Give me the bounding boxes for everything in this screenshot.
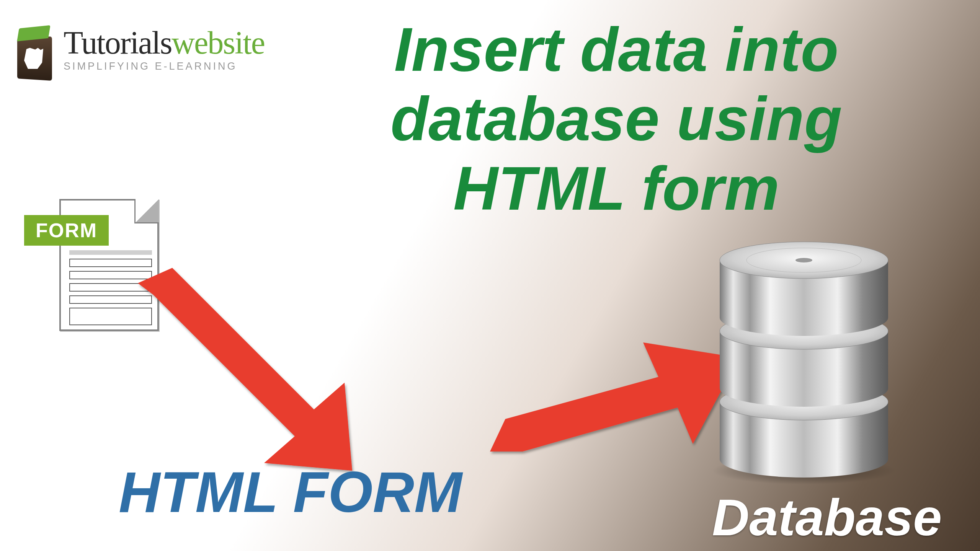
page-fold-icon [134, 199, 159, 223]
form-badge: FORM [24, 215, 109, 246]
title-line-2: database using [291, 84, 942, 153]
logo-book-icon [15, 27, 60, 84]
svg-point-4 [720, 441, 888, 478]
title-line-1: Insert data into [291, 15, 942, 84]
logo-brand-tutorials: Tutorials [64, 25, 172, 60]
logo-brand-website: website [172, 25, 265, 60]
svg-marker-0 [138, 268, 352, 471]
svg-point-7 [720, 370, 888, 407]
database-icon [701, 233, 907, 487]
main-title: Insert data into database using HTML for… [291, 15, 942, 223]
arrow-form-to-htmlform-icon [115, 268, 383, 484]
svg-point-10 [720, 299, 888, 336]
logo-text: Tutorialswebsite SIMPLIFYING E-LEARNING [64, 27, 265, 72]
title-line-3: HTML form [291, 153, 942, 223]
logo-tagline: SIMPLIFYING E-LEARNING [64, 60, 265, 72]
logo: Tutorialswebsite SIMPLIFYING E-LEARNING [15, 27, 265, 84]
html-form-label: HTML FORM [119, 459, 462, 525]
logo-brand: Tutorialswebsite [64, 27, 265, 59]
database-label: Database [712, 488, 942, 547]
svg-point-13 [795, 258, 812, 262]
